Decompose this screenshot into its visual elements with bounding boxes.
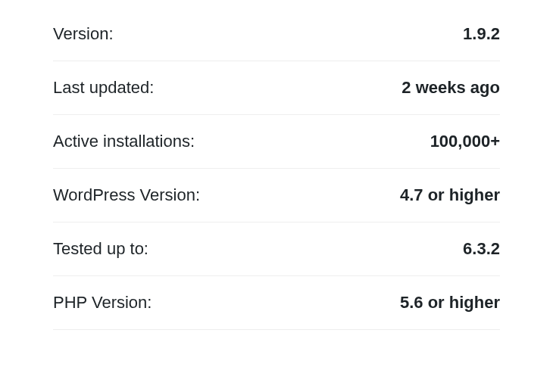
info-label: WordPress Version: [53,185,200,205]
info-row-wordpress-version: WordPress Version: 4.7 or higher [53,169,500,222]
info-row-active-installations: Active installations: 100,000+ [53,115,500,169]
info-row-tested-up-to: Tested up to: 6.3.2 [53,222,500,276]
plugin-info-list: Version: 1.9.2 Last updated: 2 weeks ago… [0,8,553,330]
info-value: 2 weeks ago [401,78,500,98]
info-label: Tested up to: [53,239,148,259]
info-label: Active installations: [53,132,195,151]
info-label: Version: [53,24,114,44]
info-label: PHP Version: [53,293,152,313]
info-value: 100,000+ [430,132,500,151]
info-value: 5.6 or higher [400,293,500,313]
info-label: Last updated: [53,78,154,98]
info-row-php-version: PHP Version: 5.6 or higher [53,276,500,330]
info-value: 4.7 or higher [400,185,500,205]
info-value: 1.9.2 [463,24,500,44]
info-value: 6.3.2 [463,239,500,259]
info-row-version: Version: 1.9.2 [53,8,500,61]
info-row-last-updated: Last updated: 2 weeks ago [53,61,500,115]
